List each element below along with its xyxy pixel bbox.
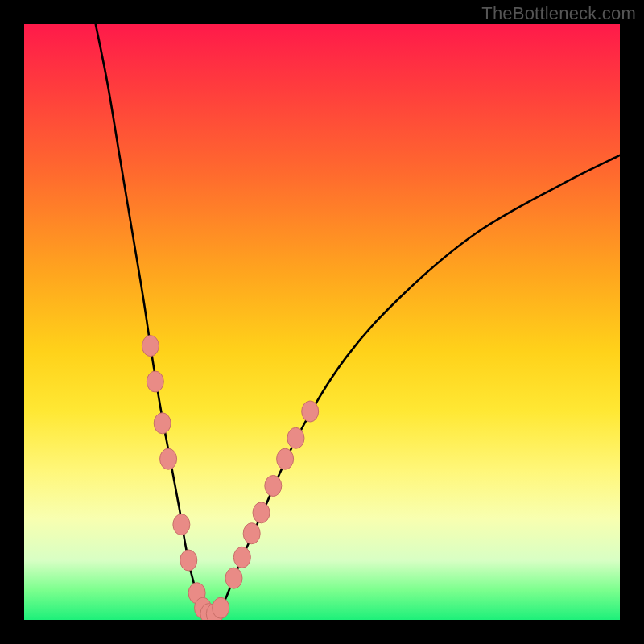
curve-marker <box>225 568 242 588</box>
curve-marker <box>154 413 171 434</box>
curve-marker <box>173 514 190 535</box>
curve-svg <box>24 24 620 620</box>
curve-marker <box>243 523 260 544</box>
plot-area <box>24 24 620 620</box>
curve-marker <box>253 502 270 523</box>
curve-marker <box>142 336 159 357</box>
curve-marker <box>160 448 177 469</box>
attribution-text: TheBottleneck.com <box>481 3 636 24</box>
curve-marker <box>277 448 294 469</box>
curve-markers <box>142 336 318 620</box>
curve-marker <box>302 401 319 422</box>
curve-marker <box>233 547 250 568</box>
curve-marker <box>213 597 229 618</box>
curve-marker <box>147 371 163 392</box>
chart-frame: TheBottleneck.com <box>0 0 644 644</box>
curve-marker <box>180 550 197 571</box>
curve-marker <box>265 476 282 497</box>
curve-marker <box>287 427 304 448</box>
